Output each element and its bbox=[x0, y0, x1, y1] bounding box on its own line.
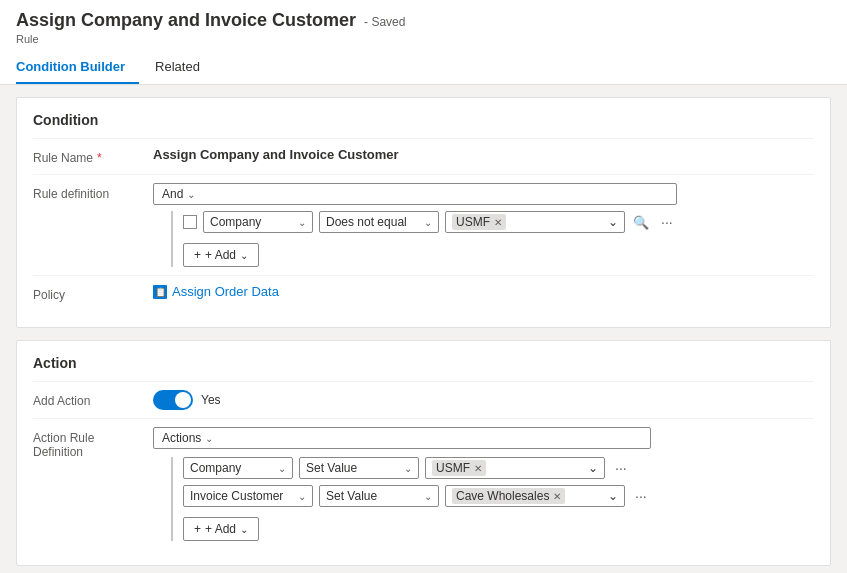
add-action-value: Yes bbox=[153, 390, 814, 410]
add-action-label: Add Action bbox=[33, 390, 153, 408]
required-star: * bbox=[97, 151, 102, 165]
chevron-down-icon: ⌄ bbox=[205, 433, 213, 444]
policy-icon: 📋 bbox=[153, 285, 167, 299]
chevron-down-icon: ⌄ bbox=[240, 250, 248, 261]
rule-name-row: Rule Name * Assign Company and Invoice C… bbox=[33, 138, 814, 174]
toggle-switch[interactable] bbox=[153, 390, 193, 410]
policy-link[interactable]: 📋 Assign Order Data bbox=[153, 284, 279, 299]
chevron-down-icon: ⌄ bbox=[187, 189, 195, 200]
tag-close-icon[interactable]: ✕ bbox=[494, 217, 502, 228]
action-row-2: Invoice Customer ⌄ Set Value ⌄ Cave Whol… bbox=[183, 485, 651, 507]
chevron-down-icon: ⌄ bbox=[298, 491, 306, 502]
condition-item-1: Company ⌄ Does not equal ⌄ USMF ✕ bbox=[183, 211, 677, 233]
ellipsis-button-2[interactable]: ··· bbox=[631, 486, 651, 506]
chevron-down-icon: ⌄ bbox=[588, 461, 598, 475]
rule-definition-area: And ⌄ Company ⌄ Does not equal bbox=[153, 183, 677, 267]
plus-icon: + bbox=[194, 522, 201, 536]
action-value-tag-1: USMF ✕ bbox=[432, 460, 486, 476]
page-header: Assign Company and Invoice Customer - Sa… bbox=[0, 0, 847, 85]
tab-condition-builder[interactable]: Condition Builder bbox=[16, 51, 139, 84]
action-value-tag-2: Cave Wholesales ✕ bbox=[452, 488, 565, 504]
ellipsis-button-1[interactable]: ··· bbox=[611, 458, 631, 478]
operator-dropdown[interactable]: Does not equal ⌄ bbox=[319, 211, 439, 233]
rule-name-value: Assign Company and Invoice Customer bbox=[153, 147, 814, 162]
saved-badge: - Saved bbox=[364, 15, 405, 29]
action-value-tag-field-1[interactable]: USMF ✕ ⌄ bbox=[425, 457, 605, 479]
search-icon-button[interactable]: 🔍 bbox=[631, 213, 651, 232]
add-action-row: Add Action Yes bbox=[33, 381, 814, 418]
add-action-condition-row: + + Add ⌄ bbox=[183, 513, 651, 541]
value-tag-field[interactable]: USMF ✕ ⌄ bbox=[445, 211, 625, 233]
chevron-down-icon: ⌄ bbox=[608, 489, 618, 503]
actions-dropdown[interactable]: Actions ⌄ bbox=[153, 427, 651, 449]
action-operator-dropdown-2[interactable]: Set Value ⌄ bbox=[319, 485, 439, 507]
add-action-button[interactable]: + + Add ⌄ bbox=[183, 517, 259, 541]
value-tag: USMF ✕ bbox=[452, 214, 506, 230]
action-field-dropdown-2[interactable]: Invoice Customer ⌄ bbox=[183, 485, 313, 507]
ellipsis-button[interactable]: ··· bbox=[657, 212, 677, 232]
action-card: Action Add Action Yes Action Rule Defini… bbox=[16, 340, 831, 566]
policy-label: Policy bbox=[33, 284, 153, 302]
chevron-down-icon: ⌄ bbox=[404, 463, 412, 474]
rule-name-label: Rule Name * bbox=[33, 147, 153, 165]
chevron-down-icon: ⌄ bbox=[240, 524, 248, 535]
tab-related[interactable]: Related bbox=[155, 51, 214, 84]
main-content: Condition Rule Name * Assign Company and… bbox=[0, 85, 847, 573]
field-dropdown[interactable]: Company ⌄ bbox=[203, 211, 313, 233]
condition-card-title: Condition bbox=[33, 112, 814, 128]
action-condition-group: Company ⌄ Set Value ⌄ USMF ✕ bbox=[171, 457, 651, 541]
action-card-title: Action bbox=[33, 355, 814, 371]
tag-close-icon[interactable]: ✕ bbox=[474, 463, 482, 474]
toggle-wrapper: Yes bbox=[153, 390, 221, 410]
chevron-down-icon: ⌄ bbox=[298, 217, 306, 228]
action-rule-def-row: Action Rule Definition Actions ⌄ Company… bbox=[33, 418, 814, 549]
policy-value: 📋 Assign Order Data bbox=[153, 284, 814, 299]
rule-definition-value: And ⌄ Company ⌄ Does not equal bbox=[153, 183, 814, 267]
page-subtitle: Rule bbox=[16, 33, 831, 45]
condition-checkbox[interactable] bbox=[183, 215, 197, 229]
tag-close-icon[interactable]: ✕ bbox=[553, 491, 561, 502]
rule-definition-row: Rule definition And ⌄ Company ⌄ bbox=[33, 174, 814, 275]
actions-group: Actions ⌄ Company ⌄ Set Value ⌄ bbox=[153, 427, 651, 541]
condition-card: Condition Rule Name * Assign Company and… bbox=[16, 97, 831, 328]
chevron-down-icon: ⌄ bbox=[424, 217, 432, 228]
toggle-knob bbox=[175, 392, 191, 408]
action-field-dropdown-1[interactable]: Company ⌄ bbox=[183, 457, 293, 479]
action-operator-dropdown-1[interactable]: Set Value ⌄ bbox=[299, 457, 419, 479]
tabs-bar: Condition Builder Related bbox=[16, 51, 831, 84]
action-rule-value: Actions ⌄ Company ⌄ Set Value ⌄ bbox=[153, 427, 814, 541]
action-rule-label: Action Rule Definition bbox=[33, 427, 153, 459]
toggle-label: Yes bbox=[201, 393, 221, 407]
add-condition-row: + + Add ⌄ bbox=[183, 239, 677, 267]
chevron-down-icon: ⌄ bbox=[278, 463, 286, 474]
plus-icon: + bbox=[194, 248, 201, 262]
rule-definition-label: Rule definition bbox=[33, 183, 153, 201]
chevron-down-icon: ⌄ bbox=[424, 491, 432, 502]
action-row-1: Company ⌄ Set Value ⌄ USMF ✕ bbox=[183, 457, 651, 479]
and-dropdown[interactable]: And ⌄ bbox=[153, 183, 677, 205]
policy-row: Policy 📋 Assign Order Data bbox=[33, 275, 814, 311]
condition-group: Company ⌄ Does not equal ⌄ USMF ✕ bbox=[171, 211, 677, 267]
rule-name-text: Assign Company and Invoice Customer bbox=[153, 147, 399, 162]
chevron-down-icon: ⌄ bbox=[608, 215, 618, 229]
action-value-tag-field-2[interactable]: Cave Wholesales ✕ ⌄ bbox=[445, 485, 625, 507]
add-button[interactable]: + + Add ⌄ bbox=[183, 243, 259, 267]
page-title: Assign Company and Invoice Customer bbox=[16, 10, 356, 31]
